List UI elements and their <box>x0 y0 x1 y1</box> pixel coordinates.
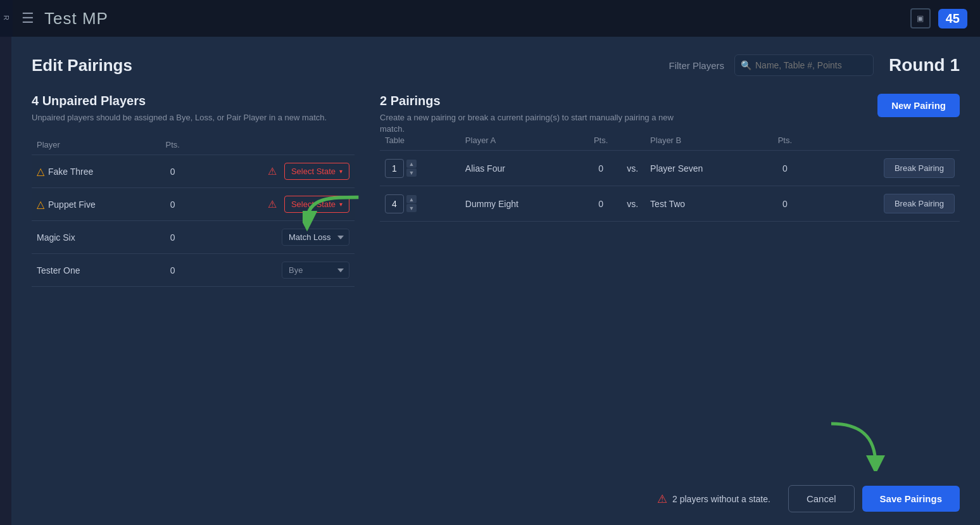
warning-icon: △ <box>37 165 44 177</box>
content-area: 4 Unpaired Players Unpaired players shou… <box>32 94 960 476</box>
warning-icon: △ <box>37 198 44 210</box>
table-row: △ Puppet Five 0 ⚠ Select State ▾ <box>32 188 355 221</box>
player-name: Fake Three <box>48 167 93 177</box>
table-number-display: 1 <box>385 159 404 178</box>
filter-label: Filter Players <box>669 60 724 71</box>
cancel-button[interactable]: Cancel <box>788 485 855 512</box>
filter-input[interactable] <box>734 54 874 76</box>
spinner-up[interactable]: ▲ <box>406 195 417 203</box>
modal-header: Edit Pairings Filter Players 🔍 Round 1 <box>32 54 960 76</box>
table-num-spinner: ▲ ▼ <box>406 195 417 212</box>
select-state-label: Select State <box>291 167 336 176</box>
player-cell: Tester One <box>32 254 154 287</box>
vs-label: vs. <box>620 186 645 222</box>
unpaired-heading: 4 Unpaired Players <box>32 94 355 108</box>
spinner-up[interactable]: ▲ <box>406 160 417 168</box>
table-row: 4 ▲ ▼ Dummy Eight 0 vs. Test Two 0 <box>380 186 960 222</box>
warning-text-wrap: ⚠ 2 players without a state. <box>657 492 770 506</box>
spinner-down[interactable]: ▼ <box>406 204 417 212</box>
side-char-r: R <box>3 15 10 22</box>
player-table: Player Pts. △ Fake Three <box>32 136 355 287</box>
player-name: Magic Six <box>37 232 75 243</box>
unpaired-panel: 4 Unpaired Players Unpaired players shou… <box>32 94 355 476</box>
player-cell: Magic Six <box>32 221 154 254</box>
player-pts: 0 <box>154 254 192 287</box>
table-num-spinner: ▲ ▼ <box>406 160 417 177</box>
spinner-down[interactable]: ▼ <box>406 168 417 177</box>
break-pairing-button[interactable]: Break Pairing <box>884 194 955 213</box>
player-action: Bye Match Loss Select State <box>192 254 355 287</box>
pairings-header: 2 Pairings Create a new pairing or break… <box>380 94 684 135</box>
player-a-pts: 0 <box>582 151 620 186</box>
col-player: Player <box>32 136 154 155</box>
side-label: R <box>0 0 13 37</box>
player-b-pts: 0 <box>766 151 804 186</box>
player-name: Tester One <box>37 265 80 275</box>
unpaired-subtext: Unpaired players should be assigned a By… <box>32 112 355 123</box>
player-cell: △ Fake Three <box>32 155 154 188</box>
search-icon: 🔍 <box>741 60 751 70</box>
error-icon: ⚠ <box>268 165 277 177</box>
pairings-subtext: Create a new pairing or break a current … <box>380 112 684 135</box>
select-state-button[interactable]: Select State ▾ <box>284 163 349 180</box>
round-badge: 45 <box>938 9 967 28</box>
table-row: Tester One 0 Bye Match Loss Select State <box>32 254 355 287</box>
player-pts: 0 <box>154 188 192 221</box>
app-title: Test MP <box>44 9 108 28</box>
player-pts: 0 <box>154 155 192 188</box>
col-pts-b: Pts. <box>766 132 804 151</box>
pairing-table-num: 1 ▲ ▼ <box>380 151 460 186</box>
player-action: ⚠ Select State ▾ <box>192 188 355 221</box>
modal-footer: ⚠ 2 players without a state. Cancel Save… <box>32 485 960 512</box>
filter-input-wrap: 🔍 <box>734 54 874 76</box>
top-bar: R ☰ Test MP ▣ 45 <box>0 0 980 37</box>
select-state-label: Select State <box>291 199 336 209</box>
player-action: Match Loss Bye Select State <box>192 221 355 254</box>
chevron-icon: ▾ <box>339 201 342 208</box>
col-break <box>804 132 960 151</box>
player-a-name: Alias Four <box>460 151 582 186</box>
player-b-pts: 0 <box>766 186 804 222</box>
save-pairings-button[interactable]: Save Pairings <box>862 486 960 512</box>
new-pairing-button[interactable]: New Pairing <box>877 94 960 117</box>
col-pts: Pts. <box>154 136 192 155</box>
warning-message: 2 players without a state. <box>672 494 770 504</box>
player-cell: △ Puppet Five <box>32 188 154 221</box>
pairings-table: Table Player A Pts. Player B Pts. <box>380 132 960 222</box>
table-row: 1 ▲ ▼ Alias Four 0 vs. Player Seven 0 <box>380 151 960 186</box>
player-table-head: Player Pts. <box>32 136 355 155</box>
pairings-heading: 2 Pairings <box>380 94 684 108</box>
player-b-name: Test Two <box>645 186 766 222</box>
player-table-body: △ Fake Three 0 ⚠ Select State ▾ <box>32 155 355 287</box>
player-name: Puppet Five <box>48 199 96 210</box>
player-action: ⚠ Select State ▾ <box>192 155 355 188</box>
pairings-table-body: 1 ▲ ▼ Alias Four 0 vs. Player Seven 0 <box>380 151 960 222</box>
warning-circle-icon: ⚠ <box>657 492 667 506</box>
vs-label: vs. <box>620 151 645 186</box>
col-action <box>192 136 355 155</box>
bye-select[interactable]: Bye Match Loss Select State <box>282 262 349 279</box>
modal-title: Edit Pairings <box>32 56 132 75</box>
chevron-icon: ▾ <box>339 168 342 175</box>
match-loss-select[interactable]: Match Loss Bye Select State <box>282 229 349 246</box>
round-label: Round 1 <box>889 55 960 75</box>
pairing-table-num: 4 ▲ ▼ <box>380 186 460 222</box>
table-row: Magic Six 0 Match Loss Bye Select State <box>32 221 355 254</box>
header-right: Filter Players 🔍 Round 1 <box>669 54 960 76</box>
player-a-name: Dummy Eight <box>460 186 582 222</box>
break-pairing-cell: Break Pairing <box>804 151 960 186</box>
table-row: △ Fake Three 0 ⚠ Select State ▾ <box>32 155 355 188</box>
menu-icon[interactable]: ☰ <box>22 10 34 27</box>
break-pairing-button[interactable]: Break Pairing <box>884 158 955 178</box>
player-pts: 0 <box>154 221 192 254</box>
pairings-panel: 2 Pairings Create a new pairing or break… <box>380 94 960 476</box>
top-bar-right: ▣ 45 <box>910 8 967 28</box>
break-pairing-cell: Break Pairing <box>804 186 960 222</box>
table-number-display: 4 <box>385 194 404 213</box>
error-icon: ⚠ <box>268 198 277 210</box>
top-bar-icon-box[interactable]: ▣ <box>910 8 931 28</box>
player-b-name: Player Seven <box>645 151 766 186</box>
select-state-button[interactable]: Select State ▾ <box>284 196 349 213</box>
player-a-pts: 0 <box>582 186 620 222</box>
edit-pairings-modal: Edit Pairings Filter Players 🔍 Round 1 4… <box>11 37 980 525</box>
